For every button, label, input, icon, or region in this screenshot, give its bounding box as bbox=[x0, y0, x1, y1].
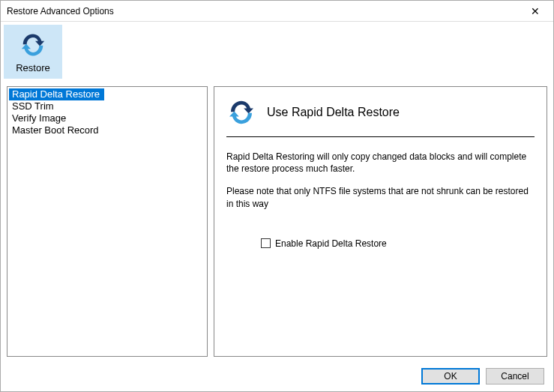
options-sidebar: Rapid Delta Restore SSD Trim Verify Imag… bbox=[7, 86, 208, 357]
toolbar: Restore bbox=[1, 22, 553, 82]
dialog-footer: OK Cancel bbox=[1, 361, 553, 391]
restore-tool-label: Restore bbox=[16, 62, 50, 73]
main-panel: Use Rapid Delta Restore Rapid Delta Rest… bbox=[214, 86, 547, 357]
divider bbox=[226, 136, 535, 137]
main-header: Use Rapid Delta Restore bbox=[226, 94, 535, 136]
sidebar-item-ssd-trim[interactable]: SSD Trim bbox=[9, 100, 205, 112]
dialog-window: Restore Advanced Options ✕ Restore Rapid… bbox=[0, 0, 554, 392]
close-button[interactable]: ✕ bbox=[520, 1, 550, 21]
checkbox-box-icon bbox=[261, 238, 271, 248]
ok-button[interactable]: OK bbox=[421, 368, 480, 385]
restore-swirl-icon bbox=[19, 31, 47, 59]
enable-rdr-checkbox[interactable]: Enable Rapid Delta Restore bbox=[261, 238, 535, 249]
window-title: Restore Advanced Options bbox=[7, 6, 520, 16]
description-paragraph-2: Please note that only NTFS file systems … bbox=[226, 185, 535, 209]
sidebar-item-master-boot-record[interactable]: Master Boot Record bbox=[9, 124, 205, 136]
cancel-button[interactable]: Cancel bbox=[486, 368, 544, 385]
restore-tool-button[interactable]: Restore bbox=[4, 25, 62, 79]
sidebar-item-verify-image[interactable]: Verify Image bbox=[9, 112, 205, 124]
description-paragraph-1: Rapid Delta Restoring will only copy cha… bbox=[226, 151, 535, 175]
sidebar-item-rapid-delta-restore[interactable]: Rapid Delta Restore bbox=[9, 88, 104, 100]
titlebar: Restore Advanced Options ✕ bbox=[1, 1, 553, 22]
enable-rdr-checkbox-label: Enable Rapid Delta Restore bbox=[275, 238, 387, 249]
content-area: Rapid Delta Restore SSD Trim Verify Imag… bbox=[1, 82, 553, 361]
panel-heading: Use Rapid Delta Restore bbox=[267, 106, 400, 119]
rapid-delta-swirl-icon bbox=[226, 97, 256, 127]
close-icon: ✕ bbox=[531, 5, 540, 17]
